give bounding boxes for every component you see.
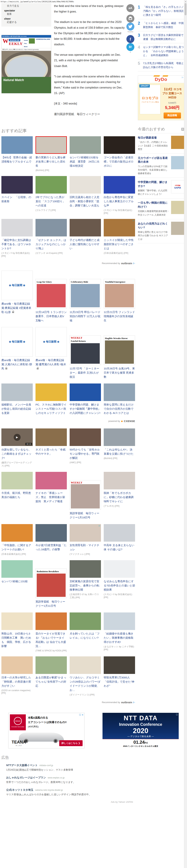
article-card[interactable]: ナイキの「厚底シューズ」禁止 世界陸連が新規則 英メディア報道 xyxy=(36,472,67,520)
article-card-title[interactable]: ネズミと思ったら「冬眠中のヤマネ」 xyxy=(36,447,67,456)
article-card-title[interactable]: 犬を飼っていた人は「フレイル」になりにくい? xyxy=(70,631,101,640)
ranking-title[interactable]: 「ヒトからヒトへ感染」確認 中国新型肺炎 春節で拡大懸念 xyxy=(143,21,184,29)
article-card[interactable]: 日本一の大学が研究した「卵殻膜」の美容液の実力がすごい(OZIO on cura… xyxy=(1,656,33,696)
article-card-title[interactable]: 英語学習紙 毎日ウィークリー1月11日号 xyxy=(36,600,67,608)
article-card[interactable]: Hagibis Wreaks Havoc10月26日号 台風19号、東日本で甚大… xyxy=(104,327,135,379)
ranking-title[interactable]: 日大ラグビー部員を大麻所持容疑で逮捕 部は無期限活動停止に xyxy=(143,33,184,41)
sidebar-reco-item[interactable]: 元カウボーイが語る畜産業の未来ウシの受胎率が10%低下で損失50億円、生産基盤を… xyxy=(138,154,184,178)
article-card-title[interactable]: なぜみんな青色申告にする?白色申告との違いと節税効果 xyxy=(104,579,135,592)
article-card[interactable]: 【WSJ】 世界の金融・経済情報をリアルタイムで xyxy=(1,136,33,172)
article-card[interactable]: 京町家風の賃貸住宅で安定経営へ、倉庫からの転換事例公開(土地活用ラボ by 大和… xyxy=(70,560,101,608)
print-button[interactable] xyxy=(126,14,134,23)
ranking-item[interactable]: 2「ヒトからヒトへ感染」確認 中国新型肺炎 春節で拡大懸念 xyxy=(138,19,184,31)
article-card-title[interactable]: 簡単な質問に答えるだけで自分の信用力が点数でわかる AIスコアとは xyxy=(104,403,135,415)
ad-info-close-icons[interactable]: ⓘ ✕ xyxy=(79,713,83,716)
ranking-item[interactable]: 57カ月乳児が9階から転落死 母親と訪ねた大阪の市営住宅から xyxy=(138,59,184,71)
sidebar-reco-item[interactable]: 毎日が囲碁道場「次の一手」の問題にチャレンジ!【出題】二十四世本因坊秀芳 xyxy=(138,133,184,154)
article-card[interactable]: ▷「中性脂肪」に関するアンケートのお願い!(日本水産株式会社) [PR] xyxy=(1,524,33,556)
article-card[interactable]: WEEKLYFateful Return12月7日号 「ターミネーター」最新作 … xyxy=(70,327,101,379)
ranking-item[interactable]: 1「桜を見る会の『さ』の字もカジノ汚職の『か』の字もない」首相演説に沸き立つ疑問 xyxy=(138,3,184,19)
article-card-title[interactable]: 日本一の大学が研究した「卵殻膜」の美容液の実力がすごい xyxy=(1,676,33,688)
article-card-title[interactable]: 昔のケータイが充電できる! 『おもいでケータイ再起動』は 仙台でも大盛況… xyxy=(36,631,67,648)
article-card[interactable]: ▷女性用育毛剤・マイナチュレ(マイナチュレ) [PR] xyxy=(70,524,101,556)
sidebar-reco-item[interactable]: 中学受験の問題、解けますか?最難関『灘中学校』の入試問題にチャレンジしよう!中学… xyxy=(138,178,184,198)
article-card-title[interactable]: ニッスイが開発した中性脂肪対策ゼリーのすごさとは xyxy=(104,238,135,250)
reco-title[interactable]: 中学受験の問題、解けますか? xyxy=(138,180,169,188)
article-card[interactable]: Badminton Breakthro英語学習紙 毎日ウィークリー1月11日号 xyxy=(36,560,67,608)
article-card-title[interactable]: 中学受験の問題、解けますか?最難関『灘中学校』の入試問題にチャレンジ! xyxy=(70,403,101,415)
reco-title[interactable]: 一日も早い帰国の実現に向けて! xyxy=(138,201,169,209)
product-info-button[interactable]: 商品情報 xyxy=(163,113,181,118)
article-card-title[interactable]: 「中性脂肪」に関するアンケートのお願い! xyxy=(1,543,33,552)
article-card[interactable]: WEEKLY英語学習紙 毎日ウィークリー1月18日号 xyxy=(70,472,101,520)
article-card-title[interactable]: 農and食・毎日農業記録賞:優秀賞の3人表彰 /栃木 xyxy=(36,358,67,371)
scrollbar-up-arrow[interactable]: ▲ xyxy=(184,0,187,2)
article-card-title[interactable]: 女性用育毛剤・マイナチュレ xyxy=(70,543,101,552)
article-card-title[interactable]: ウソみたい、グルコサミンの26倍以上のパワー!ダイドードリンコが開発、お… xyxy=(70,676,101,692)
article-card[interactable]: センバツ候補校131校を承認 運営委 24日に出場32校決定 xyxy=(70,136,101,172)
text-ad[interactable]: 公式/ネッツトヨタ埼玉saitama.netz-toyota-dealer.jp… xyxy=(6,788,183,796)
adchoices-icon[interactable]: ▷ xyxy=(31,524,32,527)
article-card[interactable]: センバツ候補に131校 xyxy=(1,560,33,608)
article-card-title[interactable]: 子ども時代が過酷だと成人後に慢性病になりやすい xyxy=(70,238,101,250)
text-ad-title[interactable]: NTTデータ大規模イベントnttdata-conf.jp xyxy=(6,764,183,767)
article-card-title[interactable]: 10月26日号 台風19号、東日本で甚大な被害 死者多数 xyxy=(104,367,135,379)
article-card[interactable]: ウソみたい、グルコサミンの26倍以上のパワー!ダイドードリンコが開発、お…(ダイ… xyxy=(70,656,101,696)
ranking-title[interactable]: 「桜を見る会の『さ』の字もカジノ汚職の『か』の字もない」首相演説に沸き立つ疑問 xyxy=(143,5,184,17)
details-button[interactable]: 詳しくはこちら ❯ xyxy=(59,740,83,746)
article-card-title[interactable]: 50代からでも「女性ホルモンは増やせる」専門医が解説 xyxy=(70,447,101,460)
reco-title[interactable]: 元カウボーイが語る畜産業の未来 xyxy=(138,156,169,164)
article-card[interactable]: ◉ 毎日新聞 ◉農and食・毎日農業記録賞:入賞の8人に表彰状 /群馬 xyxy=(1,327,33,379)
article-card[interactable]: ある日態度が豹変“かまってちゃん”女性部下への対応 xyxy=(36,656,67,696)
article-card[interactable]: 中学受験の問題、解けますか?最難関『灘中学校』の入試問題にチャレンジ! xyxy=(70,383,101,415)
ad-info-icon[interactable]: ⓘ xyxy=(176,713,178,716)
article-card-title[interactable]: 白色から青色申告に変更した個人事業主のリアルな声 xyxy=(104,195,135,208)
text-ad[interactable]: おしゃれなガレージはイープランwww.eeplan.co.jp世界で一つだけのお… xyxy=(6,776,183,784)
article-card-title[interactable]: 12月14日号 トランポリン 森選手、日本勢個人初V 五輪へ xyxy=(36,310,67,322)
article-card[interactable]: ◉ 毎日新聞 ◉農and食・毎日農業記録賞:農業記録賞 3受賞者表彰 /山形 xyxy=(1,271,33,322)
adchoices-icon[interactable]: ▷ xyxy=(99,524,101,527)
article-card[interactable]: ▶00:15分譲を探しているなら、この動画をまずはチェック!(飯田グループホール… xyxy=(1,429,33,467)
article-card[interactable]: 医師「冬でもポカポカに」砂糖に代わる健康調味料でキレイに(アルポカ) [PR] xyxy=(104,472,135,520)
article-card[interactable]: ゴーン前会長の「必達目標」で日産の販売はボロボロに xyxy=(104,136,135,172)
article-card-title[interactable]: 【WSJ】 世界の金融・経済情報をリアルタイムで xyxy=(1,155,33,164)
article-card[interactable]: ▷ニッスイが開発した中性脂肪対策ゼリーのすごさとは(日本水産株式会社) [PR] xyxy=(104,219,135,257)
article-card-title[interactable]: 中高年 太る体と太らない体 その違いは? xyxy=(104,543,135,552)
article-card[interactable]: Youthful Emergence12月21日号 フィンランド 現職最年少の女… xyxy=(104,271,135,322)
article-card[interactable]: 旧民主議員ら相次ぐ入党 自民・衆院小選挙区「競合」調整で激しい火花も xyxy=(70,176,101,214)
text-ad-title[interactable]: 公式/ネッツトヨタ埼玉saitama.netz-toyota-dealer.jp xyxy=(6,788,183,792)
article-card-title[interactable]: 11月23日号 即位パレード 笑顔の両陛下 12万人が祝福 xyxy=(70,310,101,322)
attribution-brand[interactable]: CXENSE xyxy=(124,420,135,423)
article-card-title[interactable]: 12月7日号 「ターミネーター」最新作 主演2人が復活 xyxy=(70,367,101,379)
article-card-title[interactable]: 「確定申告に支払調書は不要である」はウソorホントか? xyxy=(1,238,33,250)
article-card-title[interactable]: PC、スマホに無制限でインストール可能!コスパ良しのセキュリティソフト xyxy=(36,403,67,415)
article-card[interactable]: 50代からでも「女性ホルモンは増やせる」専門医が解説(AMC) [PR] xyxy=(70,429,101,467)
font-size-button[interactable]: aA xyxy=(126,4,134,12)
article-card-title[interactable]: 12月21日号 フィンランド 現職最年少の女性首相誕生 xyxy=(104,310,135,322)
article-card-title[interactable]: 「ゼクシオ エックス」はカジュアルなのにしっかり飛ぶ xyxy=(36,238,67,250)
yahoo-ads-attribution[interactable]: Ads by Yahoo! JAPAN xyxy=(1,801,133,803)
article-card[interactable]: Celebratory Ride11月23日号 即位パレード 笑顔の両陛下 12… xyxy=(70,271,101,322)
article-card[interactable]: 簡単な質問に答えるだけで自分の信用力が点数でわかる AIスコアとは xyxy=(104,383,135,415)
article-card[interactable]: PC、スマホに無制限でインストール可能!コスパ良しのセキュリティソフト xyxy=(36,383,67,415)
article-card-title[interactable]: センバツ候補校131校を承認 運営委 24日に出場32校決定 xyxy=(70,155,101,168)
article-card-title[interactable]: スペイン 「公現祭」の前夜祭 xyxy=(1,195,33,204)
article-card[interactable]: 箱根駅伝、メンバー全員が快走し前回の総合記録を更新 xyxy=(1,383,33,415)
article-card[interactable]: 今が底?日産営業利益「たった16億円」の衝撃 xyxy=(36,524,67,556)
article-card[interactable]: 「これは何なんや!」 決算書を父親に投げつけた(BizHint) [PR] xyxy=(104,429,135,467)
article-card-title[interactable]: 英語学習紙 毎日ウィークリー1月18日号 xyxy=(70,511,101,520)
adchoices-icon[interactable]: ▷ xyxy=(133,219,135,222)
article-card-title[interactable]: 京町家風の賃貸住宅で安定経営へ、倉庫からの転換事例公開 xyxy=(70,579,101,592)
adchoices-icon[interactable]: |▷ xyxy=(133,701,135,704)
reco-title[interactable]: 毎日が囲碁道場 xyxy=(138,136,169,140)
twitter-share-button[interactable] xyxy=(126,23,134,31)
scrollbar-thumb[interactable] xyxy=(185,3,186,15)
article-card-title[interactable]: 分譲を探しているなら、この動画をまずはチェック! xyxy=(1,447,33,460)
text-ad[interactable]: NTTデータ大規模イベントnttdata-conf.jp1月24日(金)溜池山王… xyxy=(6,764,183,772)
article-card[interactable]: 「結婚後や出産後も働きたい」医療事務の資格取得がおすすめ!(まなびネット by … xyxy=(104,613,135,652)
nissan-teana-ad[interactable]: ⓘ ✕ NISSAN Innovation that excites 冷風&温風… xyxy=(8,713,84,748)
article-card[interactable]: 犬を飼っていた人は「フレイル」になりにくい? xyxy=(70,613,101,652)
scrollbar[interactable]: ▲ xyxy=(184,0,187,868)
article-card[interactable]: 明智光秀軍1万3000人「信長討伐」で見せた“神わざ” xyxy=(104,656,135,696)
article-card[interactable]: 「ゼクシオ エックス」はカジュアルなのにしっかり飛ぶ(ゼクシオ on Esqui… xyxy=(36,219,67,257)
